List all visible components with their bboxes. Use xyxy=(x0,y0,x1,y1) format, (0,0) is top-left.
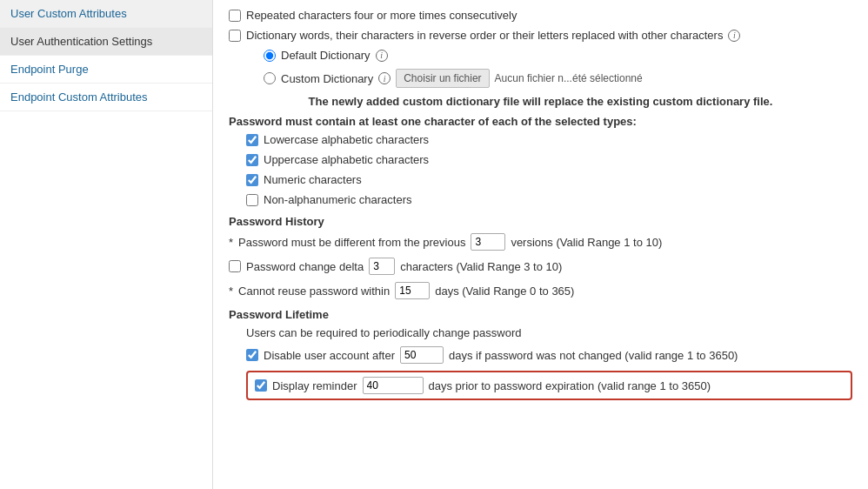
repeated-characters-row: Repeated characters four or more times c… xyxy=(229,9,852,22)
pw-reminder-row: Display reminder days prior to password … xyxy=(246,371,852,400)
numeric-checkbox[interactable] xyxy=(246,174,258,186)
reuse-asterisk: * xyxy=(229,285,233,298)
pw-versions-input[interactable] xyxy=(471,233,505,251)
sidebar-item-user-authentication-settings[interactable]: User Authentication Settings xyxy=(0,28,212,56)
password-history-header: Password History xyxy=(229,215,852,228)
pw-reuse-row: * Cannot reuse password within days (Val… xyxy=(229,282,852,299)
pw-lifetime-desc: Users can be required to periodically ch… xyxy=(246,326,522,339)
pw-reminder-suffix: days prior to password expiration (valid… xyxy=(429,379,711,392)
nonalpha-row: Non-alphanumeric characters xyxy=(246,193,852,206)
sidebar-item-endpoint-custom-attributes[interactable]: Endpoint Custom Attributes xyxy=(0,84,212,111)
pw-change-delta-input[interactable] xyxy=(369,258,395,275)
pw-versions-row: * Password must be different from the pr… xyxy=(229,233,852,251)
default-dictionary-label: Default Dictionary xyxy=(281,49,371,62)
pw-reminder-prefix: Display reminder xyxy=(272,379,357,392)
default-dictionary-radio[interactable] xyxy=(264,50,276,62)
custom-dictionary-label: Custom Dictionary xyxy=(281,72,373,85)
dictionary-words-label: Dictionary words, their characters in re… xyxy=(246,29,723,42)
main-content: Repeated characters four or more times c… xyxy=(213,0,868,489)
versions-asterisk: * xyxy=(229,236,233,249)
pw-reuse-input[interactable] xyxy=(395,282,430,299)
lowercase-row: Lowercase alphabetic characters xyxy=(246,133,852,146)
nonalpha-checkbox[interactable] xyxy=(246,194,258,206)
pw-change-delta-suffix: characters (Valid Range 3 to 10) xyxy=(400,260,562,273)
disable-account-checkbox[interactable] xyxy=(246,349,258,361)
dictionary-notice: The newly added custom dictionary file w… xyxy=(229,95,852,108)
password-must-label: Password must contain at least one chara… xyxy=(229,115,852,128)
pw-reminder-input[interactable] xyxy=(363,377,424,394)
custom-dictionary-row: Custom Dictionary i Choisir un fichier A… xyxy=(264,69,852,88)
pw-lifetime-desc-row: Users can be required to periodically ch… xyxy=(246,326,852,339)
default-dictionary-row: Default Dictionary i xyxy=(264,49,852,62)
pw-disable-row: Disable user account after days if passw… xyxy=(246,346,852,364)
change-delta-checkbox[interactable] xyxy=(229,260,241,272)
pw-versions-suffix: versions (Valid Range 1 to 10) xyxy=(511,236,662,249)
lowercase-checkbox[interactable] xyxy=(246,134,258,146)
uppercase-label: Uppercase alphabetic characters xyxy=(264,153,429,166)
uppercase-row: Uppercase alphabetic characters xyxy=(246,153,852,166)
sidebar-item-user-custom-attributes[interactable]: User Custom Attributes xyxy=(0,0,212,28)
custom-dictionary-radio[interactable] xyxy=(264,72,276,84)
numeric-label: Numeric characters xyxy=(264,173,362,186)
pw-disable-suffix: days if password was not changed (valid … xyxy=(449,349,738,362)
pw-change-delta-row: Password change delta characters (Valid … xyxy=(229,258,852,275)
file-status-text: Aucun fichier n...été sélectionné xyxy=(495,72,643,84)
sidebar: User Custom Attributes User Authenticati… xyxy=(0,0,213,489)
dictionary-words-checkbox[interactable] xyxy=(229,30,241,42)
pw-reuse-prefix: Cannot reuse password within xyxy=(238,285,390,298)
sidebar-item-endpoint-purge[interactable]: Endpoint Purge xyxy=(0,56,212,84)
custom-dictionary-info-icon[interactable]: i xyxy=(378,72,391,84)
dictionary-words-row: Dictionary words, their characters in re… xyxy=(229,29,852,42)
numeric-row: Numeric characters xyxy=(246,173,852,186)
repeated-characters-checkbox[interactable] xyxy=(229,10,241,22)
lowercase-label: Lowercase alphabetic characters xyxy=(264,133,429,146)
uppercase-checkbox[interactable] xyxy=(246,154,258,166)
pw-disable-prefix: Disable user account after xyxy=(264,349,395,362)
pw-reuse-suffix: days (Valid Range 0 to 365) xyxy=(435,285,574,298)
dictionary-words-info-icon[interactable]: i xyxy=(728,30,740,42)
choose-file-button[interactable]: Choisir un fichier xyxy=(396,69,489,88)
pw-change-delta-label: Password change delta xyxy=(246,260,364,273)
display-reminder-checkbox[interactable] xyxy=(255,379,267,392)
pw-versions-prefix: Password must be different from the prev… xyxy=(238,236,465,249)
password-lifetime-header: Password Lifetime xyxy=(229,308,852,321)
nonalpha-label: Non-alphanumeric characters xyxy=(264,193,412,206)
default-dictionary-info-icon[interactable]: i xyxy=(376,50,388,62)
pw-disable-input[interactable] xyxy=(400,346,444,364)
repeated-characters-label: Repeated characters four or more times c… xyxy=(246,9,517,22)
